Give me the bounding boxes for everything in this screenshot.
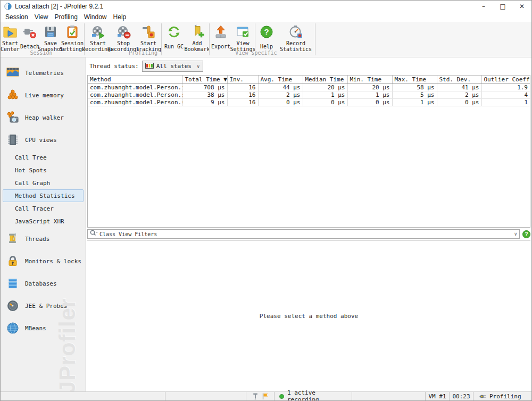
column-header-min-time[interactable]: Min. Time xyxy=(347,76,392,84)
start-center-icon xyxy=(3,24,18,40)
sidebar-item-heap-walker[interactable]: Heap walker xyxy=(1,106,86,129)
start-center-button[interactable]: Start Center xyxy=(1,23,20,53)
start-recordings-icon xyxy=(90,24,105,40)
menu-profiling[interactable]: Profiling xyxy=(52,13,81,21)
table-cell: 2 µs xyxy=(258,91,303,99)
column-header-max-time[interactable]: Max. Time xyxy=(392,76,437,84)
sidebar-item-hot-spots[interactable]: Hot Spots xyxy=(3,164,84,177)
sidebar-item-javascript-xhr[interactable]: JavaScript XHR xyxy=(3,215,84,228)
recording-status: 1 active recording xyxy=(275,392,352,400)
thread-status-dropdown[interactable]: All states ∨ xyxy=(142,61,204,72)
menu-session[interactable]: Session xyxy=(2,13,31,21)
gauge-icon xyxy=(6,299,20,313)
stop-recordings-icon xyxy=(116,24,131,40)
start-tracking-button[interactable]: Start Tracking xyxy=(136,23,161,53)
sidebar-item-databases[interactable]: Databases xyxy=(1,272,86,295)
add-bookmark-button[interactable]: Add Bookmark xyxy=(186,23,209,53)
jprofiler-watermark: JProfiler xyxy=(55,298,80,391)
column-header-method[interactable]: Method xyxy=(88,76,182,84)
sidebar-item-threads[interactable]: Threads xyxy=(1,228,86,250)
column-header-total-time[interactable]: Total Time ▼ xyxy=(182,76,227,84)
table-cell: 1 µs xyxy=(347,91,392,99)
jprofiler-logo-icon xyxy=(4,3,12,10)
table-cell: 4 xyxy=(481,91,530,99)
table-cell: 16 xyxy=(227,84,258,91)
filter-help-icon[interactable]: ? xyxy=(522,230,530,238)
pin-icon[interactable] xyxy=(252,392,259,400)
view-settings-button[interactable]: View Settings xyxy=(231,23,254,53)
filter-placeholder: Class View Filters xyxy=(99,231,512,237)
column-header-avg-time[interactable]: Avg. Time xyxy=(258,76,303,84)
sidebar-item-label: Monitors & locks xyxy=(25,258,81,265)
table-row[interactable]: com.zhuanght.model.Person.setA...9 µs160… xyxy=(88,99,530,106)
menu-help[interactable]: Help xyxy=(110,13,130,21)
save-snapshot-button[interactable]: Save Snapshot xyxy=(40,23,61,53)
session-timer: 00:23 xyxy=(450,392,473,400)
table-row[interactable]: com.zhuanght.model.Person.intr...708 µs1… xyxy=(88,84,530,91)
class-view-filters-input[interactable]: Class View Filters ∨ xyxy=(87,229,520,239)
toolbar-group-view-specific: View specific xyxy=(204,50,308,57)
column-header-outlier-coeff[interactable]: Outlier Coeff. xyxy=(481,76,530,84)
menu-window[interactable]: Window xyxy=(81,13,110,21)
table-cell: 16 xyxy=(227,99,258,106)
table-cell: 44 µs xyxy=(258,84,303,91)
close-button[interactable]: ✕ xyxy=(512,1,531,12)
table-cell: 20 µs xyxy=(347,84,392,91)
detach-button[interactable]: Detach xyxy=(20,23,40,53)
sidebar-item-label: Threads xyxy=(25,236,49,243)
add-bookmark-icon xyxy=(190,24,205,40)
sidebar-item-live-memory[interactable]: Live memory xyxy=(1,84,86,106)
sidebar-item-label: CPU views xyxy=(25,137,57,144)
table-cell: 58 µs xyxy=(392,84,437,91)
table-cell: 1 µs xyxy=(392,99,437,106)
export-icon xyxy=(213,24,228,40)
help-icon: ? xyxy=(259,24,274,40)
save-snapshot-icon xyxy=(43,24,58,40)
sidebar-item-label: Hot Spots xyxy=(15,167,47,174)
profiling-status-text: Profiling xyxy=(489,393,521,400)
live-memory-icon xyxy=(6,88,20,102)
sidebar-item-cpu-views[interactable]: CPU views xyxy=(1,129,86,151)
export-button[interactable]: Export xyxy=(210,23,231,53)
search-icon xyxy=(90,230,98,238)
menu-view[interactable]: View xyxy=(31,13,52,21)
session-settings-icon xyxy=(65,24,80,40)
table-cell: 0 µs xyxy=(303,99,347,106)
table-cell: 1 µs xyxy=(303,91,347,99)
plug-icon xyxy=(479,392,487,400)
statusbar-section-blank1 xyxy=(1,392,165,400)
sidebar-item-telemetries[interactable]: Telemetries xyxy=(1,62,86,84)
recording-dot-icon xyxy=(279,394,284,399)
table-cell: 1.9 xyxy=(481,84,530,91)
sidebar-item-call-graph[interactable]: Call Graph xyxy=(3,177,84,189)
method-statistics-table: Method Total Time ▼ Inv. Avg. Time Media… xyxy=(87,75,530,228)
table-cell: 0 µs xyxy=(347,99,392,106)
session-settings-button[interactable]: Session Settings xyxy=(61,23,84,53)
minimize-button[interactable]: – xyxy=(474,1,493,12)
record-statistics-button[interactable]: Record Statistics xyxy=(277,23,314,53)
stop-recordings-button[interactable]: Stop Recordings xyxy=(111,23,136,53)
run-gc-button[interactable]: Run GC xyxy=(162,23,186,53)
sidebar-item-monitors-locks[interactable]: Monitors & locks xyxy=(1,250,86,272)
profiling-status: Profiling xyxy=(473,392,531,400)
sidebar-item-method-statistics[interactable]: Method Statistics xyxy=(3,189,84,202)
bookmark-flag-icon[interactable] xyxy=(261,392,269,400)
sidebar-item-label: MBeans xyxy=(25,325,46,332)
column-header-median-time[interactable]: Median Time xyxy=(303,76,347,84)
sidebar-item-call-tracer[interactable]: Call Tracer xyxy=(3,202,84,215)
table-cell: 1 xyxy=(481,99,530,106)
column-header-inv[interactable]: Inv. xyxy=(227,76,258,84)
table-row[interactable]: com.zhuanght.model.Person.setN...38 µs16… xyxy=(88,91,530,99)
column-header-std-dev[interactable]: Std. Dev. xyxy=(437,76,481,84)
telemetries-icon xyxy=(6,66,20,80)
table-header-row: Method Total Time ▼ Inv. Avg. Time Media… xyxy=(88,76,530,84)
maximize-button[interactable]: □ xyxy=(493,1,512,12)
globe-icon xyxy=(6,321,20,335)
sidebar-item-call-tree[interactable]: Call Tree xyxy=(3,151,84,164)
help-button[interactable]: ? Help xyxy=(256,23,277,53)
thread-status-value: All states xyxy=(156,63,192,70)
lock-icon xyxy=(6,254,20,268)
table-cell: 41 µs xyxy=(437,84,481,91)
vm-indicator[interactable]: VM #1 xyxy=(426,392,450,400)
start-recordings-button[interactable]: Start Recordings xyxy=(85,23,111,53)
